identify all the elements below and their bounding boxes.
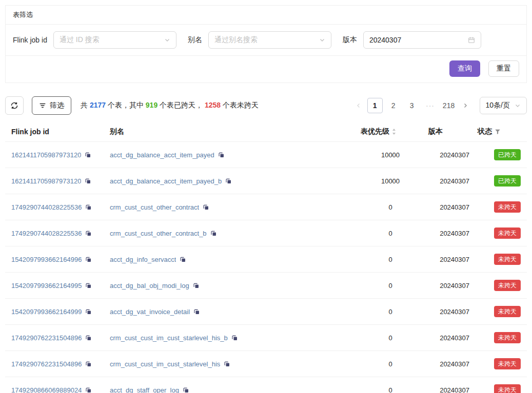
alias-link[interactable]: crm_cust_cust_im_cust_starlevel_his (110, 360, 220, 368)
column-header-version: 版本 (424, 122, 474, 142)
flink-job-id-link[interactable]: 1621411705987973120 (11, 177, 81, 185)
table-header-row: Flink job id 别名 表优先级 版本 状态 (5, 122, 527, 142)
version-value: 20240307 (424, 220, 474, 246)
priority-value: 0 (357, 194, 424, 220)
table-body: 1621411705987973120 acct_dg_balance_acct… (5, 142, 527, 393)
alias-link[interactable]: crm_cust_cust_other_contract_b (110, 230, 207, 237)
copy-icon[interactable] (85, 256, 92, 263)
filter-lines-icon (39, 102, 46, 109)
status-badge: 已跨天 (494, 175, 521, 187)
alias-link[interactable]: acct_dg_vat_invoice_detail (110, 308, 190, 316)
flink-job-id-label: Flink job id (13, 36, 47, 44)
copy-icon[interactable] (218, 152, 225, 158)
filter-item-version: 版本 20240307 (343, 31, 481, 49)
copy-icon[interactable] (210, 230, 217, 237)
alias-label: 别名 (188, 35, 202, 45)
copy-icon[interactable] (224, 361, 230, 367)
version-label: 版本 (343, 35, 357, 45)
pagination-page-1[interactable]: 1 (367, 98, 383, 113)
alias-link[interactable]: acct_dg_balance_acct_item_payed (110, 151, 214, 159)
flink-job-id-link[interactable]: 1749290744028225536 (11, 203, 82, 211)
alias-select[interactable]: 通过别名搜索 (208, 31, 331, 49)
priority-value: 0 (357, 273, 424, 299)
copy-icon[interactable] (85, 230, 92, 237)
status-badge: 未跨天 (494, 384, 521, 393)
pagination-page-218[interactable]: 218 (441, 98, 457, 113)
alias-link[interactable]: acct_dg_balance_acct_item_payed_b (110, 177, 222, 185)
summary-not-crossed-count: 1258 (205, 101, 221, 109)
copy-icon[interactable] (85, 387, 92, 393)
results-table: Flink job id 别名 表优先级 版本 状态 (5, 122, 527, 393)
flink-job-id-link[interactable]: 1542097993662164999 (11, 308, 82, 316)
filter-button[interactable]: 筛选 (32, 96, 71, 115)
flink-job-id-link[interactable]: 1621411705987973120 (11, 151, 81, 159)
copy-icon[interactable] (225, 178, 232, 184)
filter-card: 表筛选 Flink job id 通过 ID 搜索 别名 通过别名搜索 版本 (5, 5, 527, 83)
query-button[interactable]: 查询 (449, 60, 480, 77)
alias-link[interactable]: crm_cust_cust_other_contract (110, 203, 199, 211)
flink-job-id-link[interactable]: 1542097993662164996 (11, 256, 82, 263)
summary-text: 共 (81, 101, 90, 109)
filter-funnel-icon[interactable] (495, 129, 501, 135)
filter-item-alias: 别名 通过别名搜索 (188, 31, 331, 49)
copy-icon[interactable] (183, 387, 189, 393)
table-row: 1621411705987973120 acct_dg_balance_acct… (5, 168, 527, 194)
summary-total-count: 2177 (90, 101, 106, 109)
chevron-down-icon (164, 37, 170, 43)
version-value: 20240307 (424, 142, 474, 168)
copy-icon[interactable] (85, 361, 92, 367)
status-header-label: 状态 (478, 127, 492, 136)
chevron-down-icon (515, 102, 521, 109)
table-row: 1542097993662164996 acct_dg_info_servacc… (5, 246, 527, 273)
copy-icon[interactable] (193, 282, 200, 289)
copy-icon[interactable] (85, 308, 92, 315)
alias-link[interactable]: acct_dg_info_servacct (110, 256, 176, 263)
copy-icon[interactable] (231, 335, 238, 341)
priority-value: 0 (357, 377, 424, 393)
pagination-ellipsis: ··· (423, 98, 438, 113)
filter-card-title: 表筛选 (6, 6, 526, 25)
priority-value: 10000 (357, 142, 424, 168)
alias-link[interactable]: acct_dg_bal_obj_modi_log (110, 282, 189, 289)
flink-job-id-link[interactable]: 1749290762231504896 (11, 334, 82, 342)
alias-link[interactable]: crm_cust_cust_im_cust_starlevel_his_b (110, 334, 228, 342)
pagination-prev-icon[interactable] (351, 98, 366, 113)
version-value: 20240307 (424, 246, 474, 273)
flink-job-id-link[interactable]: 1749290744028225536 (11, 230, 82, 237)
flink-job-id-link[interactable]: 1542097993662164995 (11, 282, 82, 289)
copy-icon[interactable] (180, 256, 186, 263)
flink-job-id-link[interactable]: 1749290762231504896 (11, 360, 82, 368)
version-value: 20240307 (424, 299, 474, 325)
status-badge: 未跨天 (494, 332, 521, 343)
sort-icon[interactable] (391, 128, 397, 135)
copy-icon[interactable] (85, 204, 92, 211)
status-badge: 未跨天 (494, 254, 521, 265)
copy-icon[interactable] (85, 152, 91, 158)
version-value: 20240307 (424, 168, 474, 194)
column-header-alias: 别名 (106, 122, 357, 142)
copy-icon[interactable] (85, 178, 91, 184)
version-date-input[interactable]: 20240307 (363, 31, 481, 49)
pagination-page-3[interactable]: 3 (404, 98, 420, 113)
column-header-status: 状态 (474, 122, 527, 142)
pagination-next-icon[interactable] (458, 98, 472, 113)
priority-value: 0 (357, 220, 424, 246)
priority-value: 0 (357, 299, 424, 325)
copy-icon[interactable] (203, 204, 209, 211)
column-header-flink-job-id: Flink job id (5, 122, 106, 142)
summary-crossed-count: 919 (146, 101, 157, 109)
alias-link[interactable]: acct_dg_staff_oper_log (110, 386, 179, 393)
status-badge: 未跨天 (494, 201, 521, 213)
refresh-button[interactable] (5, 96, 24, 115)
pagination-page-2[interactable]: 2 (386, 98, 401, 113)
flink-id-select[interactable]: 通过 ID 搜索 (53, 31, 176, 49)
reset-button[interactable]: 重置 (488, 60, 519, 77)
page-size-label: 10条/页 (486, 101, 510, 110)
copy-icon[interactable] (85, 282, 92, 289)
version-value: 20240307 (424, 273, 474, 299)
copy-icon[interactable] (85, 335, 92, 341)
flink-job-id-link[interactable]: 1749290866069889024 (11, 386, 82, 393)
page-size-select[interactable]: 10条/页 (480, 97, 527, 114)
flink-id-placeholder: 通过 ID 搜索 (60, 35, 100, 45)
copy-icon[interactable] (193, 308, 200, 315)
